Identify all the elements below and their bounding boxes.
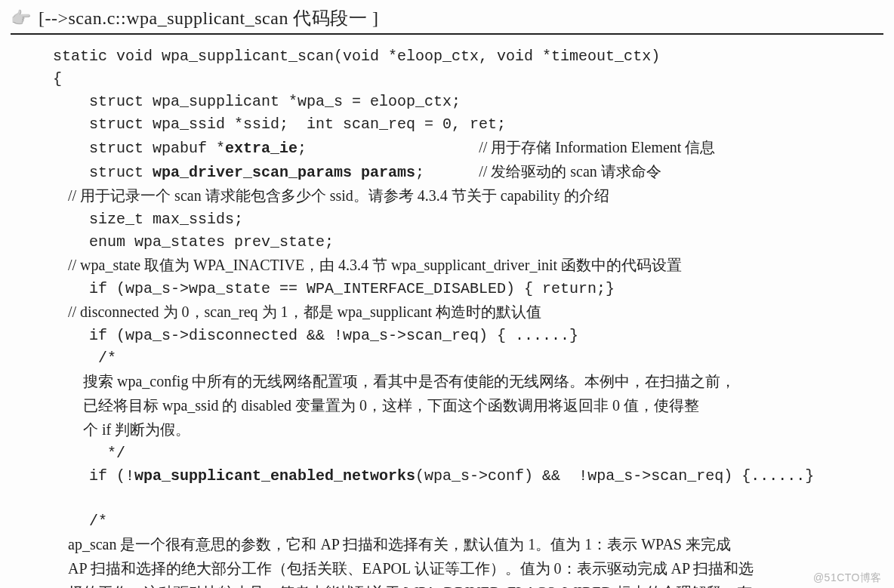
code-line: struct wpa_supplicant *wpa_s = eloop_ctx…: [53, 93, 461, 110]
code-comment: // disconnected 为 0，scan_req 为 1，都是 wpa_…: [53, 303, 541, 320]
code-block: static void wpa_supplicant_scan(void *el…: [11, 45, 883, 588]
section-title: [-->scan.c::wpa_supplicant_scan 代码段一 ]: [39, 6, 378, 30]
code-line: size_t max_ssids;: [53, 211, 243, 228]
code-line: if (!wpa_supplicant_enabled_networks(wpa…: [53, 467, 814, 485]
code-comment: 已经将目标 wpa_ssid 的 disabled 变量置为 0，这样，下面这个…: [53, 397, 699, 414]
section-header: 👉 [-->scan.c::wpa_supplicant_scan 代码段一 ]: [11, 6, 883, 35]
code-line: /*: [53, 513, 107, 530]
code-comment: // 用于记录一个 scan 请求能包含多少个 ssid。请参考 4.3.4 节…: [53, 187, 609, 204]
code-line: */: [53, 445, 125, 462]
code-comment: 搜索 wpa_config 中所有的无线网络配置项，看其中是否有使能的无线网络。…: [53, 373, 735, 389]
code-line: struct wpa_driver_scan_params params; //…: [53, 164, 661, 181]
code-line: enum wpa_states prev_state;: [53, 233, 334, 251]
code-line: struct wpa_ssid *ssid; int scan_req = 0,…: [53, 115, 506, 133]
code-line: if (wpa_s->disconnected && !wpa_s->scan_…: [53, 327, 578, 344]
code-comment: // wpa_state 取值为 WPA_INACTIVE，由 4.3.4 节 …: [53, 257, 682, 273]
code-comment: AP 扫描和选择的绝大部分工作（包括关联、EAPOL 认证等工作）。值为 0：表…: [53, 560, 754, 577]
code-comment: 择的工作。这种驱动比较少见，笔者未能找到关于 WPA_DRIVER_FLAGS_…: [53, 584, 752, 588]
code-line: if (wpa_s->wpa_state == WPA_INTERFACE_DI…: [53, 280, 615, 297]
pointing-hand-icon: 👉: [11, 10, 31, 26]
code-line: /*: [53, 349, 116, 367]
code-comment: ap_scan 是一个很有意思的参数，它和 AP 扫描和选择有关，默认值为 1。…: [53, 536, 731, 553]
code-line: static void wpa_supplicant_scan(void *el…: [53, 48, 660, 65]
code-comment: 个 if 判断为假。: [53, 421, 190, 438]
code-line: struct wpabuf *extra_ie; // 用于存储 Informa…: [53, 140, 715, 157]
code-line: {: [53, 70, 62, 88]
